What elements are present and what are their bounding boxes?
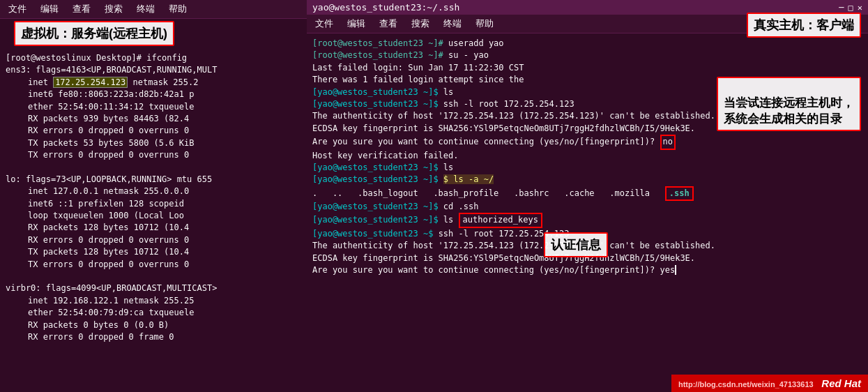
dir-annotation: 当尝试连接远程主机时， 系统会生成相关的目录: [717, 77, 861, 131]
menu-view-right[interactable]: 查看: [376, 16, 400, 31]
line-2: ens3: flags=4163<UP,BROADCAST,RUNNING,MU…: [6, 64, 301, 76]
menu-help-left[interactable]: 帮助: [166, 1, 190, 17]
redhat-watermark: http://blog.csdn.net/weixin_47133613 Red…: [671, 375, 868, 392]
r-line-10: Host key verification failed.: [312, 150, 862, 162]
client-annotation: 真实主机：客户端: [747, 13, 861, 38]
maximize-button[interactable]: □: [848, 3, 853, 13]
line-3: inet 172.25.254.123 netmask 255.2: [6, 77, 301, 89]
r-line-14: [yao@westos_student23 ~]$ cd .ssh: [312, 201, 862, 213]
line-8: TX packets 53 bytes 5800 (5.6 KiB: [6, 137, 301, 149]
line-17: TX packets 128 bytes 10712 (10.4: [6, 246, 301, 258]
line-24: RX errors 0 dropped 0 frame 0: [6, 331, 301, 343]
menu-search-left[interactable]: 搜索: [102, 1, 125, 17]
r-line-9: Are you sure you want to continue connec…: [312, 135, 862, 149]
server-annotation: 虚拟机：服务端(远程主机): [14, 21, 174, 46]
line-5: ether 52:54:00:11:34:12 txqueuele: [6, 101, 301, 113]
left-menu-bar[interactable]: 文件 编辑 查看 搜索 终端 帮助: [0, 0, 307, 19]
line-13: inet6 ::1 prefixlen 128 scopeid: [6, 198, 301, 210]
menu-view-left[interactable]: 查看: [70, 1, 93, 17]
r-line-13: . .. .bash_logout .bash_profile .bashrc …: [312, 186, 862, 201]
minimize-button[interactable]: ─: [839, 3, 844, 13]
line-11: lo: flags=73<UP,LOOPBACK,RUNNING> mtu 65…: [6, 174, 301, 186]
r-line-3: Last failed login: Sun Jan 17 11:22:30 C…: [312, 62, 862, 74]
line-6: RX packets 939 bytes 84463 (82.4: [6, 113, 301, 125]
r-line-12: [yao@westos_student23 ~]$ $ ls -a ~/: [312, 174, 862, 186]
menu-edit-left[interactable]: 编辑: [38, 1, 61, 17]
line-9: TX errors 0 dropped 0 overruns 0: [6, 149, 301, 161]
line-4: inet6 fe80::8063:223a:d82b:42a1 p: [6, 89, 301, 100]
line-20: virbr0: flags=4099<UP,BROADCAST,MULTICAS…: [6, 282, 301, 294]
left-terminal-window[interactable]: 虚拟机：服务端(远程主机) 文件 编辑 查看 搜索 终端 帮助 [root@we…: [0, 0, 307, 392]
menu-search-right[interactable]: 搜索: [409, 16, 432, 31]
line-10: [6, 162, 301, 174]
r-line-15: [yao@westos_student23 ~]$ ls authorized_…: [312, 213, 862, 227]
line-19: [6, 271, 301, 282]
line-16: RX errors 0 dropped 0 overruns 0: [6, 234, 301, 246]
watermark-url: http://blog.csdn.net/weixin_47133613: [678, 380, 814, 389]
line-23: RX packets 0 bytes 0 (0.0 B): [6, 319, 301, 331]
line-12: inet 127.0.0.1 netmask 255.0.0.0: [6, 186, 301, 197]
line-22: ether 52:54:00:79:d9:ca txqueuele: [6, 307, 301, 319]
redhat-logo: Red Hat: [821, 377, 861, 389]
right-terminal-window[interactable]: yao@westos_student23:~/.ssh ─ □ ✕ 文件 编辑 …: [307, 0, 868, 392]
line-14: loop txqueuelen 1000 (Local Loo: [6, 210, 301, 222]
menu-terminal-right[interactable]: 终端: [441, 16, 464, 31]
auth-annotation: 认证信息: [544, 232, 608, 257]
line-7: RX errors 0 dropped 0 overruns 0: [6, 125, 301, 137]
line-15: RX packets 128 bytes 10712 (10.4: [6, 222, 301, 234]
close-button[interactable]: ✕: [858, 3, 862, 13]
r-line-2: [root@westos_student23 ~]# su - yao: [312, 50, 862, 61]
r-line-19: Are you sure you want to continue connec…: [312, 264, 862, 276]
window-controls[interactable]: ─ □ ✕: [839, 3, 862, 13]
line-1: [root@westoslinux Desktop]# ifconfig: [6, 52, 301, 64]
right-title-text: yao@westos_student23:~/.ssh: [312, 2, 459, 13]
left-terminal-content: [root@westoslinux Desktop]# ifconfig ens…: [0, 19, 307, 392]
r-line-1: [root@westos_student23 ~]# useradd yao: [312, 38, 862, 50]
r-line-11: [yao@westos_student23 ~]$ ls: [312, 162, 862, 174]
line-21: inet 192.168.122.1 netmask 255.25: [6, 295, 301, 307]
menu-terminal-left[interactable]: 终端: [134, 1, 158, 17]
menu-edit-right[interactable]: 编辑: [344, 16, 368, 31]
line-18: TX errors 0 dropped 0 overruns 0: [6, 259, 301, 271]
menu-file-right[interactable]: 文件: [312, 16, 336, 31]
menu-help-right[interactable]: 帮助: [473, 16, 496, 31]
menu-file-left[interactable]: 文件: [6, 1, 29, 17]
